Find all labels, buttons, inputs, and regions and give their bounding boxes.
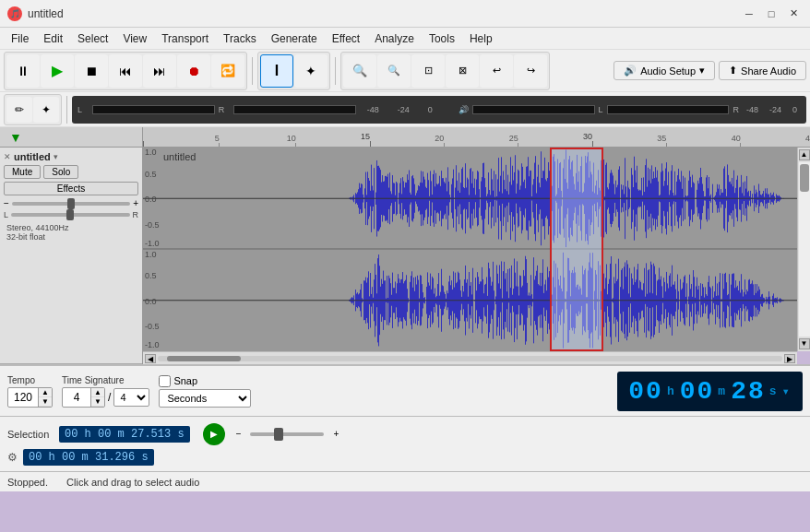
- pan-slider[interactable]: [11, 213, 129, 217]
- gain-minus-button[interactable]: −: [4, 198, 9, 208]
- selection-label: Selection: [7, 429, 54, 440]
- gain-slider[interactable]: [12, 202, 130, 206]
- volume-slider[interactable]: [250, 432, 324, 436]
- effects-button[interactable]: Effects: [4, 182, 138, 195]
- tempo-down-button[interactable]: ▼: [39, 397, 52, 407]
- selection-start-row: Selection 00 h 00 m 27.513 s ▶ − +: [7, 423, 803, 445]
- tempo-spinner-buttons: ▲ ▼: [38, 388, 52, 407]
- time-sig-row: 4 ▲ ▼ / 4 8 16: [62, 387, 149, 408]
- pause-button[interactable]: ⏸: [6, 54, 40, 88]
- close-button[interactable]: ✕: [784, 5, 803, 23]
- menu-file[interactable]: File: [4, 30, 36, 47]
- ts-num-up[interactable]: ▲: [91, 388, 104, 397]
- skip-end-button[interactable]: ⏭: [143, 54, 176, 88]
- menu-select[interactable]: Select: [70, 30, 115, 47]
- edit-toolbar: ✏ ✦ L R -48 -24 0 🔊 L R -48 -24 0: [0, 92, 810, 127]
- meter-input-label-r: R: [219, 105, 230, 114]
- zoom-sel-button[interactable]: ⊡: [411, 54, 445, 88]
- solo-button[interactable]: Solo: [43, 165, 78, 179]
- output-meter-r: [607, 105, 730, 114]
- chevron-down-icon: ▾: [699, 65, 705, 77]
- menu-transport[interactable]: Transport: [154, 30, 216, 47]
- meter-num-0: 0: [428, 105, 433, 114]
- time-sig-num-spinner[interactable]: 4 ▲ ▼: [62, 387, 105, 408]
- gain-thumb[interactable]: [67, 198, 75, 209]
- selection-gear-button[interactable]: ⚙: [7, 451, 18, 464]
- menu-analyze[interactable]: Analyze: [367, 30, 422, 47]
- zoom-fit-button[interactable]: ⊠: [446, 54, 479, 88]
- scroll-track-h[interactable]: [158, 356, 782, 361]
- input-meter-r: [233, 105, 356, 114]
- multi-tool-button[interactable]: ✦: [33, 97, 59, 123]
- track-info: Stereo, 44100Hz32-bit float: [4, 221, 138, 243]
- pencil-tool-button[interactable]: ✏: [6, 97, 32, 123]
- snap-checkbox[interactable]: [159, 375, 171, 387]
- menu-bar: File Edit Select View Transport Tracks G…: [0, 28, 810, 50]
- status-hint: Click and drag to select audio: [66, 477, 199, 488]
- stop-button[interactable]: ⏹: [75, 54, 108, 88]
- horizontal-scrollbar[interactable]: ◀ ▶: [143, 351, 797, 364]
- tempo-spinner[interactable]: 120 ▲ ▼: [7, 387, 53, 408]
- scroll-thumb-v[interactable]: [800, 164, 809, 192]
- time-seconds: 28: [731, 377, 766, 406]
- selection-start-time: 00 h 00 m 27.513 s: [59, 426, 190, 443]
- ts-num-down[interactable]: ▼: [91, 397, 104, 407]
- track-controls-panel: ✕ untitled ▾ Mute Solo Effects − + L: [0, 148, 143, 364]
- title-text: untitled: [28, 7, 740, 20]
- scroll-track-v[interactable]: [799, 162, 810, 337]
- menu-tracks[interactable]: Tracks: [216, 30, 264, 47]
- skip-start-button[interactable]: ⏮: [109, 54, 142, 88]
- track-close-button[interactable]: ✕: [4, 152, 11, 161]
- play-button[interactable]: ▶: [41, 54, 74, 88]
- tempo-up-button[interactable]: ▲: [39, 388, 52, 397]
- menu-tools[interactable]: Tools: [422, 30, 462, 47]
- menu-help[interactable]: Help: [462, 30, 500, 47]
- loop-button[interactable]: 🔁: [211, 54, 244, 88]
- bottom-controls-bar: Tempo 120 ▲ ▼ Time Signature 4 ▲ ▼ / 4 8: [0, 364, 810, 416]
- waveform-panel[interactable]: ▲ ▼ ◀ ▶: [143, 148, 810, 364]
- app-icon: 🎵: [7, 6, 22, 21]
- select-tool-button[interactable]: I: [260, 54, 293, 88]
- scroll-left-button[interactable]: ◀: [145, 354, 156, 363]
- track-dropdown-button[interactable]: ▾: [54, 152, 58, 161]
- minimize-button[interactable]: ─: [740, 5, 758, 23]
- record-button[interactable]: ⏺: [177, 54, 210, 88]
- pan-thumb[interactable]: [66, 209, 74, 220]
- mute-button[interactable]: Mute: [4, 165, 41, 179]
- scroll-thumb-h[interactable]: [167, 356, 241, 361]
- time-sig-numerator[interactable]: 4: [63, 389, 90, 406]
- maximize-button[interactable]: □: [762, 5, 780, 23]
- menu-view[interactable]: View: [115, 30, 154, 47]
- status-bar: Stopped. Click and drag to select audio: [0, 471, 810, 491]
- time-display-arrow[interactable]: ▾: [782, 384, 792, 399]
- menu-edit[interactable]: Edit: [36, 30, 70, 47]
- meter-num-48: -48: [367, 105, 379, 114]
- envelope-tool-button[interactable]: ✦: [294, 54, 328, 88]
- share-audio-label: Share Audio: [741, 65, 796, 77]
- scroll-down-button[interactable]: ▼: [799, 338, 810, 349]
- snap-unit-select[interactable]: Seconds: [159, 389, 251, 408]
- gain-plus-button[interactable]: +: [133, 198, 138, 208]
- timeline-ruler: 15305102025354045: [143, 127, 810, 148]
- gain-control: − +: [4, 198, 138, 208]
- vertical-scrollbar[interactable]: ▲ ▼: [797, 148, 810, 351]
- share-audio-button[interactable]: ⬆ Share Audio: [719, 61, 806, 80]
- volume-thumb[interactable]: [274, 428, 283, 441]
- snap-checkbox-label[interactable]: Snap: [159, 375, 251, 387]
- time-sig-label: Time Signature: [62, 375, 149, 385]
- zoom-in-button[interactable]: 🔍: [343, 54, 376, 88]
- audio-setup-button[interactable]: 🔊 Audio Setup ▾: [613, 61, 715, 80]
- time-sig-denominator[interactable]: 4 8 16: [113, 388, 149, 407]
- scroll-up-button[interactable]: ▲: [799, 149, 810, 160]
- tempo-value[interactable]: 120: [8, 389, 38, 406]
- scroll-right-button[interactable]: ▶: [784, 354, 795, 363]
- zoom-out-button[interactable]: 🔍: [377, 54, 411, 88]
- selection-play-button[interactable]: ▶: [203, 423, 225, 445]
- menu-effect[interactable]: Effect: [325, 30, 367, 47]
- audio-setup-label: Audio Setup: [640, 65, 696, 77]
- menu-generate[interactable]: Generate: [264, 30, 325, 47]
- playhead-marker: ▼: [9, 130, 22, 145]
- pan-left-label: L: [4, 210, 8, 219]
- zoom-prev-button[interactable]: ↩: [480, 54, 513, 88]
- redo-button[interactable]: ↪: [514, 54, 547, 88]
